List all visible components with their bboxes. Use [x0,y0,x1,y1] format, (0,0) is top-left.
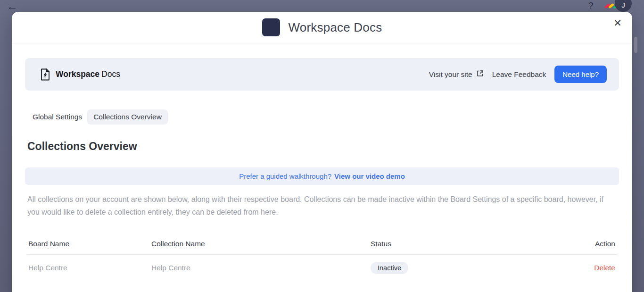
dimmed-backdrop: ← ? J Workspace Docs ✕ [0,0,644,292]
scrollbar-thumb[interactable] [634,37,637,53]
table-row: Help Centre Help Centre Inactive Delete [27,255,617,274]
tab-collections-overview[interactable]: Collections Overview [87,109,168,125]
modal-content: WorkspaceDocs Visit your site [12,58,632,274]
external-link-icon [477,70,484,79]
status-badge: Inactive [371,262,408,274]
page-title: Workspace Docs [289,20,382,35]
walkthrough-banner: Prefer a guided walkthrough? View our vi… [25,167,619,185]
app-header-bar: WorkspaceDocs Visit your site [25,58,619,91]
app-name: WorkspaceDocs [56,69,120,79]
app-identity: WorkspaceDocs [40,68,120,81]
table-header-row: Board Name Collection Name Status Action [27,240,617,255]
status-cell: Inactive [369,262,575,274]
user-avatar[interactable]: J [615,0,632,12]
app-name-bold: Workspace [56,69,99,79]
column-status: Status [369,240,575,248]
settings-tabs: Global Settings Collections Overview [25,109,619,125]
leave-feedback-link[interactable]: Leave Feedback [492,70,546,79]
visit-site-label: Visit your site [429,70,472,79]
monday-logo-icon [604,2,616,10]
tab-global-settings[interactable]: Global Settings [33,109,82,125]
video-demo-link[interactable]: View our video demo [334,172,405,180]
column-board-name: Board Name [27,240,150,248]
board-name-cell: Help Centre [27,264,150,272]
collection-name-cell: Help Centre [150,264,369,272]
doc-lightning-icon [40,68,50,81]
app-bar-actions: Visit your site Leave Feedback Need help… [429,66,607,83]
walkthrough-prompt: Prefer a guided walkthrough? [239,172,331,180]
section-heading: Collections Overview [25,140,619,153]
workspace-docs-modal: Workspace Docs ✕ WorkspaceDocs [12,12,632,292]
collections-description: All collections on your account are show… [25,193,614,218]
app-name-light: Docs [101,69,120,79]
close-icon[interactable]: ✕ [610,16,625,31]
modal-titlebar: Workspace Docs ✕ [12,12,632,43]
delete-link[interactable]: Delete [594,264,615,272]
action-cell: Delete [575,264,617,272]
help-question-icon[interactable]: ? [588,0,594,11]
app-logo-icon [262,18,280,36]
back-arrow-icon[interactable]: ← [7,1,17,12]
collections-table: Board Name Collection Name Status Action… [27,240,617,274]
column-action: Action [575,240,617,248]
need-help-button[interactable]: Need help? [554,66,607,83]
column-collection-name: Collection Name [150,240,369,248]
visit-site-link[interactable]: Visit your site [429,70,484,79]
